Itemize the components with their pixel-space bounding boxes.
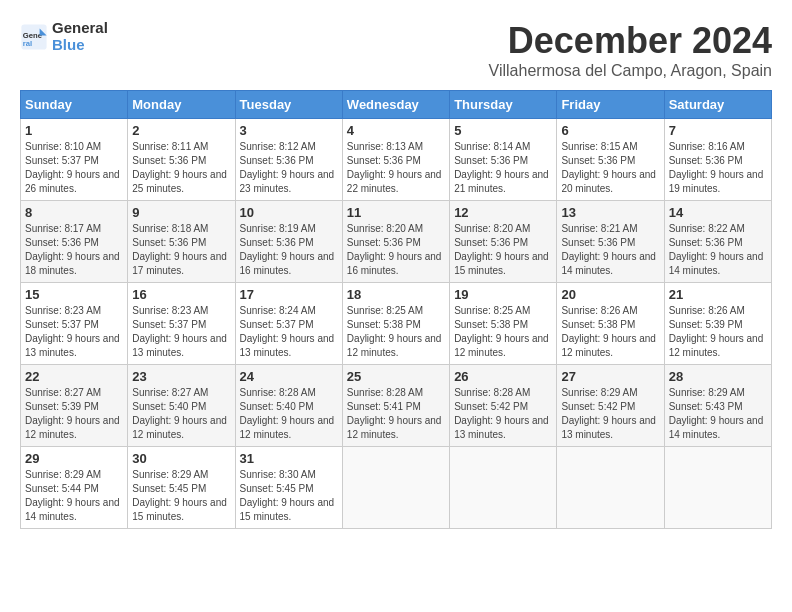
page-header: Gene ral General Blue December 2024 Vill… — [20, 20, 772, 80]
day-info: Sunrise: 8:11 AM Sunset: 5:36 PM Dayligh… — [132, 140, 230, 196]
header-thursday: Thursday — [450, 91, 557, 119]
day-cell: 25 Sunrise: 8:28 AM Sunset: 5:41 PM Dayl… — [342, 365, 449, 447]
day-info: Sunrise: 8:28 AM Sunset: 5:42 PM Dayligh… — [454, 386, 552, 442]
day-cell: 22 Sunrise: 8:27 AM Sunset: 5:39 PM Dayl… — [21, 365, 128, 447]
day-number: 7 — [669, 123, 767, 138]
day-number: 11 — [347, 205, 445, 220]
day-info: Sunrise: 8:29 AM Sunset: 5:43 PM Dayligh… — [669, 386, 767, 442]
logo: Gene ral General Blue — [20, 20, 108, 53]
day-cell: 27 Sunrise: 8:29 AM Sunset: 5:42 PM Dayl… — [557, 365, 664, 447]
day-cell: 16 Sunrise: 8:23 AM Sunset: 5:37 PM Dayl… — [128, 283, 235, 365]
logo-line1: General — [52, 19, 108, 36]
day-cell: 5 Sunrise: 8:14 AM Sunset: 5:36 PM Dayli… — [450, 119, 557, 201]
day-info: Sunrise: 8:26 AM Sunset: 5:39 PM Dayligh… — [669, 304, 767, 360]
day-cell: 18 Sunrise: 8:25 AM Sunset: 5:38 PM Dayl… — [342, 283, 449, 365]
calendar-header-row: SundayMondayTuesdayWednesdayThursdayFrid… — [21, 91, 772, 119]
day-cell: 3 Sunrise: 8:12 AM Sunset: 5:36 PM Dayli… — [235, 119, 342, 201]
day-number: 6 — [561, 123, 659, 138]
day-number: 20 — [561, 287, 659, 302]
day-number: 18 — [347, 287, 445, 302]
day-number: 30 — [132, 451, 230, 466]
day-number: 13 — [561, 205, 659, 220]
month-title: December 2024 — [489, 20, 772, 62]
day-info: Sunrise: 8:20 AM Sunset: 5:36 PM Dayligh… — [454, 222, 552, 278]
day-number: 10 — [240, 205, 338, 220]
calendar-table: SundayMondayTuesdayWednesdayThursdayFrid… — [20, 90, 772, 529]
day-cell: 9 Sunrise: 8:18 AM Sunset: 5:36 PM Dayli… — [128, 201, 235, 283]
day-number: 31 — [240, 451, 338, 466]
day-number: 12 — [454, 205, 552, 220]
day-info: Sunrise: 8:29 AM Sunset: 5:42 PM Dayligh… — [561, 386, 659, 442]
day-cell — [557, 447, 664, 529]
logo-icon: Gene ral — [20, 23, 48, 51]
day-info: Sunrise: 8:18 AM Sunset: 5:36 PM Dayligh… — [132, 222, 230, 278]
day-cell — [664, 447, 771, 529]
header-saturday: Saturday — [664, 91, 771, 119]
day-number: 14 — [669, 205, 767, 220]
day-cell: 28 Sunrise: 8:29 AM Sunset: 5:43 PM Dayl… — [664, 365, 771, 447]
day-cell: 7 Sunrise: 8:16 AM Sunset: 5:36 PM Dayli… — [664, 119, 771, 201]
day-info: Sunrise: 8:29 AM Sunset: 5:44 PM Dayligh… — [25, 468, 123, 524]
day-number: 22 — [25, 369, 123, 384]
calendar-body: 1 Sunrise: 8:10 AM Sunset: 5:37 PM Dayli… — [21, 119, 772, 529]
day-cell: 19 Sunrise: 8:25 AM Sunset: 5:38 PM Dayl… — [450, 283, 557, 365]
day-cell: 10 Sunrise: 8:19 AM Sunset: 5:36 PM Dayl… — [235, 201, 342, 283]
day-info: Sunrise: 8:13 AM Sunset: 5:36 PM Dayligh… — [347, 140, 445, 196]
day-info: Sunrise: 8:21 AM Sunset: 5:36 PM Dayligh… — [561, 222, 659, 278]
day-number: 4 — [347, 123, 445, 138]
logo-line2: Blue — [52, 36, 85, 53]
header-friday: Friday — [557, 91, 664, 119]
day-number: 2 — [132, 123, 230, 138]
location-title: Villahermosa del Campo, Aragon, Spain — [489, 62, 772, 80]
day-number: 24 — [240, 369, 338, 384]
header-tuesday: Tuesday — [235, 91, 342, 119]
day-info: Sunrise: 8:27 AM Sunset: 5:39 PM Dayligh… — [25, 386, 123, 442]
day-info: Sunrise: 8:27 AM Sunset: 5:40 PM Dayligh… — [132, 386, 230, 442]
header-monday: Monday — [128, 91, 235, 119]
day-cell: 15 Sunrise: 8:23 AM Sunset: 5:37 PM Dayl… — [21, 283, 128, 365]
day-number: 3 — [240, 123, 338, 138]
day-info: Sunrise: 8:26 AM Sunset: 5:38 PM Dayligh… — [561, 304, 659, 360]
day-number: 9 — [132, 205, 230, 220]
day-info: Sunrise: 8:15 AM Sunset: 5:36 PM Dayligh… — [561, 140, 659, 196]
day-cell: 21 Sunrise: 8:26 AM Sunset: 5:39 PM Dayl… — [664, 283, 771, 365]
day-cell: 17 Sunrise: 8:24 AM Sunset: 5:37 PM Dayl… — [235, 283, 342, 365]
day-info: Sunrise: 8:23 AM Sunset: 5:37 PM Dayligh… — [132, 304, 230, 360]
day-number: 5 — [454, 123, 552, 138]
day-info: Sunrise: 8:12 AM Sunset: 5:36 PM Dayligh… — [240, 140, 338, 196]
svg-text:ral: ral — [23, 39, 32, 48]
title-block: December 2024 Villahermosa del Campo, Ar… — [489, 20, 772, 80]
day-info: Sunrise: 8:24 AM Sunset: 5:37 PM Dayligh… — [240, 304, 338, 360]
day-info: Sunrise: 8:25 AM Sunset: 5:38 PM Dayligh… — [347, 304, 445, 360]
day-cell: 26 Sunrise: 8:28 AM Sunset: 5:42 PM Dayl… — [450, 365, 557, 447]
day-cell: 11 Sunrise: 8:20 AM Sunset: 5:36 PM Dayl… — [342, 201, 449, 283]
day-info: Sunrise: 8:20 AM Sunset: 5:36 PM Dayligh… — [347, 222, 445, 278]
day-number: 1 — [25, 123, 123, 138]
day-cell — [342, 447, 449, 529]
day-number: 27 — [561, 369, 659, 384]
day-number: 19 — [454, 287, 552, 302]
day-info: Sunrise: 8:10 AM Sunset: 5:37 PM Dayligh… — [25, 140, 123, 196]
day-number: 15 — [25, 287, 123, 302]
day-cell: 24 Sunrise: 8:28 AM Sunset: 5:40 PM Dayl… — [235, 365, 342, 447]
day-cell: 4 Sunrise: 8:13 AM Sunset: 5:36 PM Dayli… — [342, 119, 449, 201]
day-info: Sunrise: 8:28 AM Sunset: 5:41 PM Dayligh… — [347, 386, 445, 442]
week-row-3: 15 Sunrise: 8:23 AM Sunset: 5:37 PM Dayl… — [21, 283, 772, 365]
day-number: 28 — [669, 369, 767, 384]
week-row-4: 22 Sunrise: 8:27 AM Sunset: 5:39 PM Dayl… — [21, 365, 772, 447]
day-info: Sunrise: 8:22 AM Sunset: 5:36 PM Dayligh… — [669, 222, 767, 278]
day-number: 8 — [25, 205, 123, 220]
day-info: Sunrise: 8:14 AM Sunset: 5:36 PM Dayligh… — [454, 140, 552, 196]
day-number: 17 — [240, 287, 338, 302]
day-cell: 31 Sunrise: 8:30 AM Sunset: 5:45 PM Dayl… — [235, 447, 342, 529]
week-row-5: 29 Sunrise: 8:29 AM Sunset: 5:44 PM Dayl… — [21, 447, 772, 529]
day-cell: 13 Sunrise: 8:21 AM Sunset: 5:36 PM Dayl… — [557, 201, 664, 283]
day-info: Sunrise: 8:30 AM Sunset: 5:45 PM Dayligh… — [240, 468, 338, 524]
day-number: 26 — [454, 369, 552, 384]
header-wednesday: Wednesday — [342, 91, 449, 119]
day-info: Sunrise: 8:25 AM Sunset: 5:38 PM Dayligh… — [454, 304, 552, 360]
day-number: 21 — [669, 287, 767, 302]
day-info: Sunrise: 8:17 AM Sunset: 5:36 PM Dayligh… — [25, 222, 123, 278]
day-number: 25 — [347, 369, 445, 384]
day-info: Sunrise: 8:16 AM Sunset: 5:36 PM Dayligh… — [669, 140, 767, 196]
